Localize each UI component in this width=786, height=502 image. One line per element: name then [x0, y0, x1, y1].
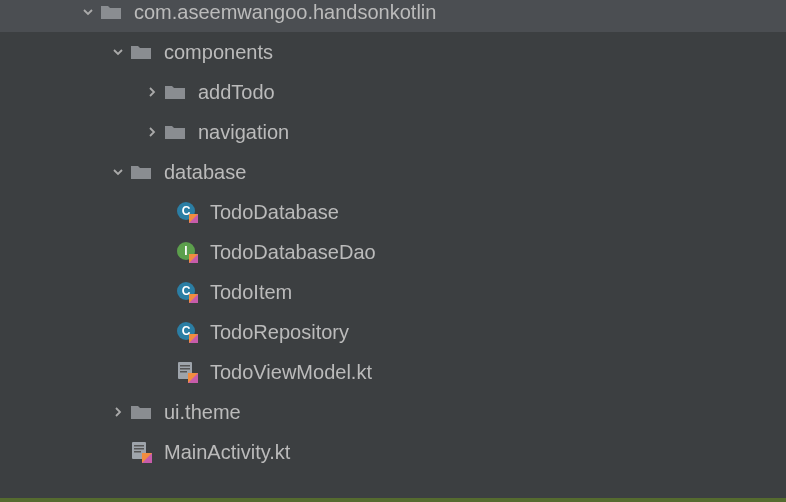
- tree-item-addtodo[interactable]: addTodo: [0, 72, 786, 112]
- tree-label: TodoViewModel.kt: [210, 361, 372, 384]
- svg-rect-10: [180, 368, 190, 370]
- kotlin-class-icon: C: [176, 200, 200, 224]
- tree-label: com.aseemwangoo.handsonkotlin: [134, 1, 436, 24]
- tree-label: database: [164, 161, 246, 184]
- tree-item-tododatabase[interactable]: C TodoDatabase: [0, 192, 786, 232]
- tree-item-navigation[interactable]: navigation: [0, 112, 786, 152]
- chevron-right-icon: [140, 85, 164, 99]
- tree-item-todorepository[interactable]: C TodoRepository: [0, 312, 786, 352]
- tree-label: TodoDatabase: [210, 201, 339, 224]
- svg-rect-13: [134, 445, 144, 447]
- tree-label: components: [164, 41, 273, 64]
- tree-label: MainActivity.kt: [164, 441, 290, 464]
- tree-item-tododatabasedao[interactable]: I TodoDatabaseDao: [0, 232, 786, 272]
- chevron-down-icon: [76, 5, 100, 19]
- folder-icon: [130, 42, 154, 62]
- kotlin-file-icon: [130, 440, 154, 464]
- folder-icon: [100, 2, 124, 22]
- chevron-down-icon: [106, 165, 130, 179]
- tree-label: TodoRepository: [210, 321, 349, 344]
- svg-rect-9: [180, 365, 190, 367]
- tree-item-uitheme[interactable]: ui.theme: [0, 392, 786, 432]
- kotlin-class-icon: C: [176, 320, 200, 344]
- svg-text:I: I: [184, 244, 187, 258]
- tree-item-mainactivity[interactable]: MainActivity.kt: [0, 432, 786, 472]
- chevron-right-icon: [106, 405, 130, 419]
- chevron-right-icon: [140, 125, 164, 139]
- chevron-down-icon: [106, 45, 130, 59]
- tree-label: ui.theme: [164, 401, 241, 424]
- tree-item-todoitem[interactable]: C TodoItem: [0, 272, 786, 312]
- folder-icon: [164, 82, 188, 102]
- kotlin-file-icon: [176, 360, 200, 384]
- folder-icon: [164, 122, 188, 142]
- tree-label: navigation: [198, 121, 289, 144]
- svg-rect-15: [134, 451, 141, 453]
- bottom-border: [0, 498, 786, 502]
- tree-item-components[interactable]: components: [0, 32, 786, 72]
- tree-item-todoviewmodel[interactable]: TodoViewModel.kt: [0, 352, 786, 392]
- folder-icon: [130, 162, 154, 182]
- kotlin-class-icon: C: [176, 280, 200, 304]
- svg-rect-11: [180, 371, 187, 373]
- tree-label: TodoItem: [210, 281, 292, 304]
- tree-item-package[interactable]: com.aseemwangoo.handsonkotlin: [0, 0, 786, 32]
- svg-rect-14: [134, 448, 144, 450]
- kotlin-interface-icon: I: [176, 240, 200, 264]
- folder-icon: [130, 402, 154, 422]
- tree-label: TodoDatabaseDao: [210, 241, 376, 264]
- tree-label: addTodo: [198, 81, 275, 104]
- tree-item-database[interactable]: database: [0, 152, 786, 192]
